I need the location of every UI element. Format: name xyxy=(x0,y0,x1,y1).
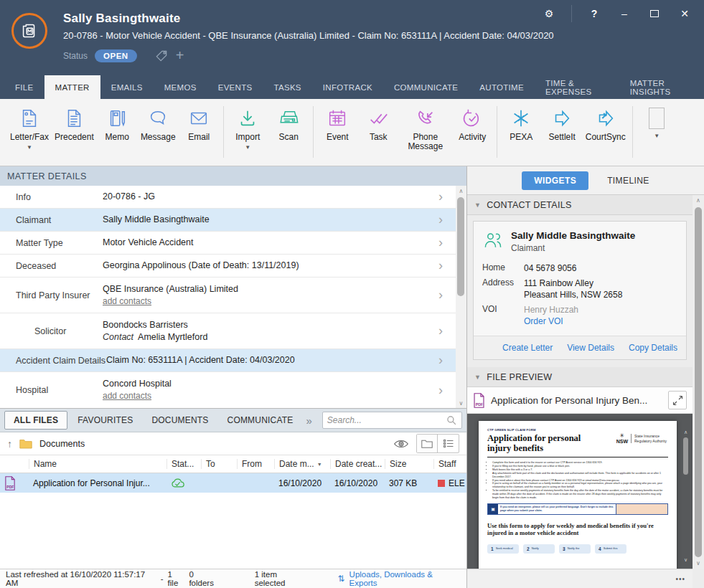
scroll-up-icon[interactable]: ∧ xyxy=(693,196,704,206)
toolbar: Letter/Fax ▼ Precedent Memo xyxy=(0,99,704,166)
message-button[interactable]: Message xyxy=(138,105,179,142)
tab-matter-insights[interactable]: MATTER INSIGHTS xyxy=(619,75,704,99)
file-row[interactable]: PDF Application for Personal Injur... 16… xyxy=(0,473,466,493)
folder-view-button[interactable] xyxy=(417,435,438,452)
help-icon[interactable]: ? xyxy=(582,4,606,23)
breadcrumb[interactable]: Documents xyxy=(39,439,85,449)
scrollbar-thumb[interactable] xyxy=(457,197,464,296)
folder-up-icon[interactable]: ↑ xyxy=(7,438,12,450)
ribbon-tab-bar: FILE MATTER EMAILS MEMOS EVENTS TASKS IN… xyxy=(0,75,704,99)
right-panel: WIDGETS TIMELINE ▼ CONTACT DETAILS xyxy=(466,166,704,588)
courtsync-button[interactable]: CourtSync xyxy=(583,105,629,142)
phone-message-button[interactable]: Phone Message xyxy=(399,105,452,151)
search-icon xyxy=(446,414,457,426)
add-tag-icon[interactable]: + xyxy=(176,47,184,64)
settleit-button[interactable]: SettleIt xyxy=(542,105,583,142)
scroll-down-icon[interactable]: ∨ xyxy=(682,557,690,563)
column-date-created[interactable]: Date creat... xyxy=(330,459,385,469)
preview-scrollbar[interactable]: ∧ ∨ xyxy=(682,430,690,563)
search-input[interactable] xyxy=(327,415,446,425)
pdf-viewer[interactable]: CTP GREEN SLIP CLAIM FORM Application fo… xyxy=(467,414,693,569)
column-size[interactable]: Size xyxy=(385,459,433,469)
matter-row-hospital[interactable]: Hospital Concord Hospital add contacts › xyxy=(0,372,456,408)
matter-row-third-party-insurer[interactable]: Third Party Insurer QBE Insurance (Austr… xyxy=(0,278,456,313)
close-button[interactable]: ✕ xyxy=(672,4,697,23)
tab-tasks[interactable]: TASKS xyxy=(263,75,311,99)
more-tabs-icon[interactable]: » xyxy=(304,414,315,427)
scan-button[interactable]: Scan xyxy=(268,105,309,142)
scroll-up-icon[interactable]: ∧ xyxy=(456,186,466,196)
tab-timeline[interactable]: TIMELINE xyxy=(607,176,649,186)
scroll-up-icon[interactable]: ∧ xyxy=(682,430,690,435)
task-button[interactable]: Task xyxy=(358,105,399,142)
scroll-down-icon[interactable]: ∨ xyxy=(693,559,704,569)
email-button[interactable]: Email xyxy=(179,105,220,142)
toolbar-more-button[interactable]: ▼ xyxy=(637,105,677,139)
column-to[interactable]: To xyxy=(201,459,237,469)
settings-gear-icon[interactable]: ⚙ xyxy=(537,4,561,23)
tag-icon[interactable] xyxy=(154,49,169,63)
row-label: Hospital xyxy=(0,385,103,395)
more-options-icon[interactable]: ••• xyxy=(675,575,685,583)
event-button[interactable]: Event xyxy=(317,105,358,142)
precedent-button[interactable]: Precedent xyxy=(52,105,97,142)
tab-emails[interactable]: EMAILS xyxy=(100,75,154,99)
pexa-label: PEXA xyxy=(510,133,532,142)
tab-favourites[interactable]: FAVOURITES xyxy=(69,412,141,429)
matter-row-deceased[interactable]: Deceased Georgina Appolinous (Date of De… xyxy=(0,255,456,278)
widgets-scrollbar[interactable]: ∧ ∨ xyxy=(693,196,704,569)
pexa-button[interactable]: PEXA xyxy=(501,105,542,142)
toolbar-divider xyxy=(632,106,633,158)
row-label: Matter Type xyxy=(0,238,103,248)
letter-fax-label: Letter/Fax xyxy=(10,133,49,142)
import-button[interactable]: Import ▼ xyxy=(227,105,268,151)
add-contacts-link[interactable]: add contacts xyxy=(103,391,151,401)
column-staff[interactable]: Staff xyxy=(433,459,466,469)
tab-communicate[interactable]: COMMUNICATE xyxy=(383,75,469,99)
tab-autotime[interactable]: AUTOTIME xyxy=(469,75,535,99)
order-voi-link[interactable]: Order VOI xyxy=(524,316,563,326)
column-from[interactable]: From xyxy=(237,459,274,469)
scrollbar-thumb[interactable] xyxy=(695,207,702,557)
tab-all-files[interactable]: ALL FILES xyxy=(4,411,67,430)
toolbar-placeholder-icon xyxy=(649,106,665,131)
tab-widgets[interactable]: WIDGETS xyxy=(522,171,588,190)
column-name[interactable]: Name xyxy=(29,459,166,469)
matter-row-claimant[interactable]: Claimant Sally Middle Basingthwaite › xyxy=(0,209,456,232)
matter-row-accident-claim-details[interactable]: Accident Claim Details Claim No: 653111A… xyxy=(0,349,456,372)
tab-communicate-files[interactable]: COMMUNICATE xyxy=(219,412,302,429)
create-letter-link[interactable]: Create Letter xyxy=(502,343,553,353)
memo-button[interactable]: Memo xyxy=(97,105,138,142)
tab-memos[interactable]: MEMOS xyxy=(154,75,207,99)
letter-fax-button[interactable]: Letter/Fax ▼ xyxy=(7,105,52,151)
matter-row-solicitor[interactable]: Solicitor Boondocks Barristers ContactAm… xyxy=(0,313,456,349)
matter-row-matter-type[interactable]: Matter Type Motor Vehicle Accident › xyxy=(0,232,456,255)
column-date-modified[interactable]: Date m... ▼ xyxy=(274,459,330,469)
matter-row-info[interactable]: Info 20-0786 - JG › xyxy=(0,186,456,209)
tab-documents[interactable]: DOCUMENTS xyxy=(143,412,217,429)
maximize-button[interactable] xyxy=(642,4,667,23)
tab-events[interactable]: EVENTS xyxy=(207,75,263,99)
status-badge[interactable]: OPEN xyxy=(95,49,137,62)
activity-button[interactable]: Activity xyxy=(452,105,493,142)
tab-infotrack[interactable]: INFOTRACK xyxy=(312,75,383,99)
minimize-button[interactable]: – xyxy=(612,4,637,23)
contact-details-section-header[interactable]: ▼ CONTACT DETAILS xyxy=(467,195,693,215)
letter-fax-icon xyxy=(19,106,40,131)
list-view-button[interactable] xyxy=(438,435,459,452)
expand-preview-button[interactable] xyxy=(668,391,687,409)
scrollbar-thumb[interactable] xyxy=(683,437,688,475)
copy-details-link[interactable]: Copy Details xyxy=(629,343,677,353)
uploads-downloads-exports-link[interactable]: Uploads, Downloads & Exports xyxy=(349,570,461,587)
preview-eye-icon[interactable] xyxy=(393,438,409,450)
tab-file[interactable]: FILE xyxy=(4,75,44,99)
column-status[interactable]: Stat... xyxy=(166,459,201,469)
scroll-down-icon[interactable]: ∨ xyxy=(456,398,466,408)
matter-scrollbar[interactable]: ∧ ∨ xyxy=(456,186,466,408)
file-preview-section-header[interactable]: ▼ FILE PREVIEW xyxy=(467,367,693,387)
widgets-content: ▼ CONTACT DETAILS Sally Middle Basingthw… xyxy=(467,195,704,588)
add-contacts-link[interactable]: add contacts xyxy=(103,296,151,306)
tab-time-expenses[interactable]: TIME & EXPENSES xyxy=(535,75,619,99)
view-details-link[interactable]: View Details xyxy=(567,343,614,353)
tab-matter[interactable]: MATTER xyxy=(44,75,100,99)
